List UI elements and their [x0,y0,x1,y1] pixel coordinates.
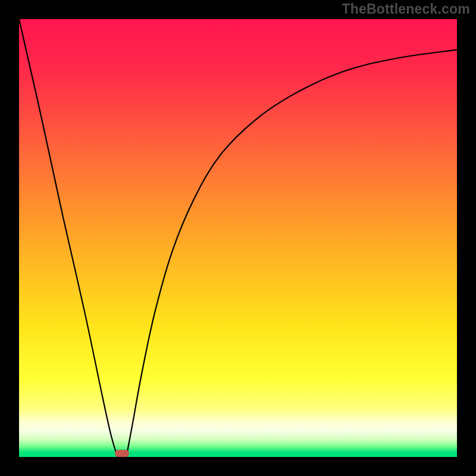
watermark-text: TheBottleneck.com [342,1,470,17]
chart-frame: TheBottleneck.com [0,0,476,476]
bottleneck-curve [19,19,457,457]
optimal-marker [115,450,129,457]
plot-area [19,19,457,457]
